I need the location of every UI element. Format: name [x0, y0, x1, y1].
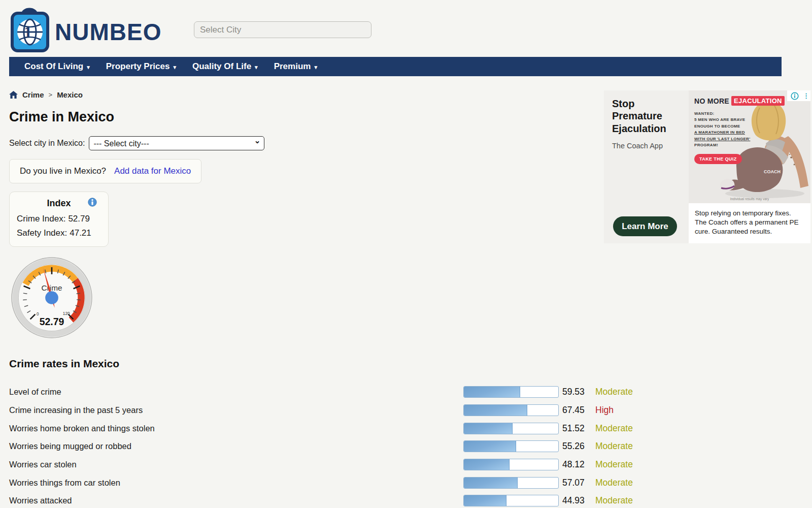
row-value: 48.12	[559, 459, 594, 470]
nav-item[interactable]: Cost Of Living ▾	[17, 57, 97, 76]
adchoices-info-icon[interactable]	[787, 90, 802, 101]
bar-fill	[464, 405, 527, 416]
bar-fill	[464, 423, 513, 434]
numbeo-logo[interactable]: 1 NUMBEO	[9, 4, 161, 53]
gauge-value: 52.79	[40, 316, 64, 327]
numbeo-logo-icon: 1	[9, 4, 51, 53]
live-prompt-question: Do you live in Mexico?	[20, 166, 106, 176]
bar-fill	[464, 459, 510, 470]
table-row: Worries things from car stolen 57.07 Mod…	[9, 473, 659, 492]
chevron-down-icon: ▾	[173, 64, 176, 71]
row-value: 51.52	[559, 423, 594, 434]
row-rating: Moderate	[594, 478, 659, 488]
home-icon[interactable]	[9, 91, 18, 99]
row-label: Worries home broken and things stolen	[9, 424, 463, 433]
table-row: Worries home broken and things stolen 51…	[9, 419, 659, 437]
row-rating: Moderate	[594, 423, 659, 434]
take-the-quiz-button[interactable]: TAKE THE QUIZ	[694, 154, 742, 164]
gauge-min: 0	[37, 312, 39, 316]
ad-no-more-text: NO MORE	[694, 97, 729, 105]
ad-wanted-line: WANTED:	[694, 111, 760, 117]
main-nav: Cost Of Living ▾ Property Prices ▾ Quali…	[9, 57, 782, 76]
ad-wanted-line: PROGRAM!	[694, 142, 760, 148]
crime-index-row: Crime Index:52.79	[17, 214, 101, 224]
crime-rates-table: Level of crime 59.53 Moderate Crime incr…	[9, 383, 659, 508]
breadcrumb-crime[interactable]: Crime	[22, 90, 44, 99]
main-content: Crime > Mexico Crime in Mexico Select ci…	[9, 76, 659, 508]
chevron-down-icon: ▾	[314, 64, 317, 71]
row-label: Level of crime	[9, 387, 463, 397]
ad-wanted-lines: WANTED:5 MEN WHO ARE BRAVEENOUGH TO BECO…	[694, 111, 760, 148]
city-select-row: Select city in Mexico: --- Select city--…	[9, 136, 659, 150]
ad-unit: Stop Premature Ejaculation The Coach App…	[604, 90, 810, 243]
bar-fill	[464, 478, 518, 488]
gauge-label: Crime	[42, 283, 62, 292]
svg-text:1: 1	[24, 23, 32, 41]
ad-disclaimer: Individual results may vary	[730, 197, 769, 201]
chevron-down-icon: ▾	[87, 64, 90, 71]
row-bar-track	[463, 459, 559, 470]
ad-brand: The Coach App	[612, 142, 682, 150]
ad-menu-dots-icon[interactable]: ⋮	[802, 90, 810, 101]
row-bar-track	[463, 404, 559, 416]
table-row: Worries attacked 44.93 Moderate	[9, 492, 659, 508]
learn-more-button[interactable]: Learn More	[613, 216, 677, 236]
city-select-label: Select city in Mexico:	[9, 139, 85, 148]
page-title: Crime in Mexico	[9, 109, 659, 125]
row-rating: Moderate	[594, 459, 659, 470]
select-city-search-input[interactable]	[194, 21, 371, 38]
gauge-hub	[45, 291, 58, 304]
table-row: Level of crime 59.53 Moderate	[9, 383, 659, 401]
row-rating: High	[594, 405, 659, 416]
ad-controls: ⋮	[787, 90, 810, 101]
chevron-down-icon: ▾	[255, 64, 258, 71]
site-header: 1 NUMBEO	[0, 0, 812, 57]
row-label: Worries car stolen	[9, 460, 463, 469]
crime-rates-title: Crime rates in Mexico	[9, 358, 659, 370]
index-box-title: Index	[17, 198, 101, 209]
ad-wanted-line: WITH OUR 'LAST LONGER'	[694, 136, 760, 142]
bar-fill	[464, 441, 516, 452]
leggings-brand-text: COACH	[764, 169, 781, 174]
table-row: Worries being mugged or robbed 55.26 Mod…	[9, 437, 659, 456]
row-bar-track	[463, 386, 559, 398]
nav-item[interactable]: Premium ▾	[267, 57, 324, 76]
nav-item[interactable]: Property Prices ▾	[99, 57, 183, 76]
live-prompt-box: Do you live in Mexico? Add data for Mexi…	[9, 159, 201, 183]
ad-wanted-line: A MARATHONER IN BED	[694, 130, 760, 136]
ad-creative-copy: NO MORE EJACULATION WANTED:5 MEN WHO ARE…	[694, 96, 760, 164]
ad-headline: Stop Premature Ejaculation	[612, 98, 682, 135]
breadcrumb-separator: >	[49, 91, 53, 99]
nav-item-label: Property Prices	[106, 61, 170, 72]
table-row: Crime increasing in the past 5 years 67.…	[9, 401, 659, 420]
nav-item[interactable]: Quality Of Life ▾	[185, 57, 265, 76]
row-label: Crime increasing in the past 5 years	[9, 405, 463, 415]
breadcrumb: Crime > Mexico	[9, 90, 659, 99]
row-bar-track	[463, 477, 559, 489]
breadcrumb-mexico: Mexico	[57, 90, 83, 99]
ad-creative[interactable]: COACH NO MORE EJACULATION WANTED:5 MEN W…	[689, 90, 810, 203]
row-value: 44.93	[559, 495, 594, 506]
nav-item-label: Cost Of Living	[24, 61, 83, 72]
row-rating: Moderate	[594, 387, 659, 397]
safety-index-row: Safety Index:47.21	[17, 228, 101, 238]
row-label: Worries being mugged or robbed	[9, 441, 463, 451]
add-data-link[interactable]: Add data for Mexico	[114, 166, 191, 176]
ad-wanted-line: 5 MEN WHO ARE BRAVE	[694, 117, 760, 123]
row-bar-track	[463, 495, 559, 506]
city-select[interactable]: --- Select city---	[89, 136, 264, 150]
ad-caption: Stop relying on temporary fixes. The Coa…	[689, 203, 810, 243]
city-select-wrap: --- Select city---	[89, 136, 264, 150]
ad-badge-text: EJACULATION	[731, 96, 785, 106]
nav-item-label: Premium	[274, 61, 311, 72]
row-value: 55.26	[559, 441, 594, 452]
info-icon[interactable]	[88, 198, 97, 209]
logo-wordmark: NUMBEO	[55, 20, 161, 44]
row-value: 59.53	[559, 387, 594, 397]
row-bar-track	[463, 423, 559, 434]
nav-item-label: Quality Of Life	[192, 61, 251, 72]
index-box: Index Crime Index:52.79 Safety Index:47.…	[9, 192, 109, 247]
crime-gauge: Crime 0 120 52.79	[10, 256, 93, 341]
row-value: 67.45	[559, 405, 594, 416]
row-value: 57.07	[559, 478, 594, 488]
